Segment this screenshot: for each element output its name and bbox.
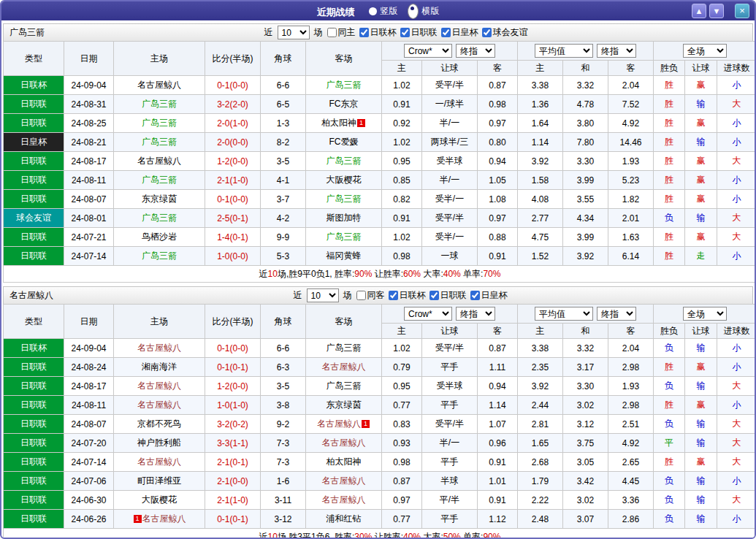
team-link[interactable]: 东京绿茵 (142, 194, 177, 204)
filter-checkbox[interactable] (327, 28, 337, 37)
close-button[interactable]: × (735, 4, 749, 18)
team-link[interactable]: 名古屋鲸八 (137, 456, 181, 467)
team-link[interactable]: 浦和红钻 (327, 513, 362, 524)
odds-home: 0.98 (382, 453, 422, 472)
team-link[interactable]: 京都不死鸟 (137, 418, 181, 429)
filter-0-4[interactable]: 球会友谊 (482, 26, 528, 39)
team-link[interactable]: 大阪樱花 (327, 175, 362, 185)
titlebar-buttons: ▲ ▼ × (692, 4, 749, 18)
team-link[interactable]: 东京绿茵 (327, 400, 362, 410)
recent-count-select[interactable]: 10 (307, 288, 339, 302)
league-tag: 日联杯 (4, 76, 64, 95)
radio-vertical[interactable]: 竖版 (369, 5, 397, 18)
team-link[interactable]: 名古屋鲸八 (317, 418, 361, 429)
filter-checkbox[interactable] (359, 28, 369, 37)
filter-checkbox[interactable] (400, 28, 410, 37)
filter-checkbox[interactable] (470, 291, 480, 300)
final-index-select[interactable]: 终指 (456, 44, 495, 58)
team-link[interactable]: 斯图加特 (327, 213, 362, 223)
team-link[interactable]: 名古屋鲸八 (137, 400, 181, 410)
team-link[interactable]: 广岛三箭 (327, 156, 362, 166)
team-link[interactable]: 名古屋鲸八 (137, 80, 181, 90)
league-tag: 球会友谊 (4, 209, 64, 228)
filter-1-1[interactable]: 日联杯 (389, 289, 426, 302)
filter-checkbox[interactable] (356, 291, 366, 300)
filter-1-0[interactable]: 同客 (356, 289, 385, 302)
team-link[interactable]: 广岛三箭 (142, 213, 177, 223)
odds-handicap: 一/球半 (422, 95, 478, 114)
match-date: 24-08-17 (64, 152, 114, 171)
team-link[interactable]: 名古屋鲸八 (142, 513, 186, 524)
move-down-button[interactable]: ▼ (709, 4, 724, 18)
team-link[interactable]: FC爱媛 (329, 137, 359, 147)
subcol-4: 和 (563, 324, 608, 339)
filter-1-3[interactable]: 日皇杯 (470, 289, 508, 302)
team-name: 广岛三箭 (9, 26, 45, 39)
team-link[interactable]: 名古屋鲸八 (137, 343, 181, 353)
fulltime-select[interactable]: 全场 (683, 44, 727, 58)
filter-0-2[interactable]: 日职联 (400, 26, 438, 39)
filter-0-0[interactable]: 同主 (327, 26, 356, 39)
bookmaker-select[interactable]: Crow* (404, 307, 452, 321)
average-select[interactable]: 平均值 (535, 44, 593, 58)
home-team: 湘南海洋 (114, 358, 205, 377)
league-tag: 日职联 (4, 434, 64, 453)
red-card-badge: 1 (134, 515, 142, 523)
filter-0-1[interactable]: 日联杯 (359, 26, 397, 39)
corners: 4-2 (261, 209, 306, 228)
away-team: 名古屋鲸八1 (306, 415, 382, 434)
result-goals: 小 (717, 358, 756, 377)
score: 1-2(0-0) (205, 152, 261, 171)
filter-0-3[interactable]: 日皇杯 (441, 26, 478, 39)
team-link[interactable]: 名古屋鲸八 (322, 437, 366, 448)
team-link[interactable]: 广岛三箭 (142, 118, 177, 128)
team-link[interactable]: 名古屋鲸八 (322, 475, 366, 486)
average-select[interactable]: 平均值 (535, 307, 593, 321)
radio-horizontal[interactable]: 横版 (408, 4, 439, 19)
fulltime-select[interactable]: 全场 (683, 307, 727, 321)
team-link[interactable]: 名古屋鲸八 (137, 381, 181, 391)
filter-checkbox[interactable] (482, 28, 492, 37)
odds-handicap: 平手 (422, 510, 478, 529)
team-link[interactable]: 广岛三箭 (327, 381, 362, 391)
team-link[interactable]: 广岛三箭 (327, 343, 362, 353)
team-link[interactable]: 广岛三箭 (327, 80, 362, 90)
team-link[interactable]: 神户胜利船 (137, 437, 181, 448)
team-link[interactable]: 广岛三箭 (142, 175, 177, 185)
odds-away: 0.97 (478, 209, 518, 228)
corners: 4-1 (261, 171, 306, 190)
odds-away: 0.91 (478, 247, 518, 266)
team-link[interactable]: 町田泽维亚 (137, 475, 181, 486)
corners: 7-3 (261, 453, 306, 472)
match-date: 24-08-17 (64, 377, 114, 396)
team-link[interactable]: 福冈黄蜂 (327, 251, 362, 261)
final-index-select-2[interactable]: 终指 (597, 307, 636, 321)
corners: 6-5 (261, 95, 306, 114)
final-index-select[interactable]: 终指 (456, 307, 495, 321)
team-link[interactable]: 柏太阳神 (327, 456, 362, 467)
filter-checkbox[interactable] (429, 291, 439, 300)
move-up-button[interactable]: ▲ (692, 4, 706, 18)
team-link[interactable]: 湘南海洋 (142, 362, 177, 372)
team-link[interactable]: 名古屋鲸八 (137, 156, 181, 166)
team-link[interactable]: 广岛三箭 (327, 194, 362, 204)
filter-1-2[interactable]: 日职联 (429, 289, 467, 302)
team-link[interactable]: 柏太阳神 (321, 118, 356, 128)
recent-count-select[interactable]: 10 (278, 26, 310, 39)
avg-home: 2.81 (518, 415, 563, 434)
filter-checkbox[interactable] (389, 291, 398, 300)
team-link[interactable]: 广岛三箭 (142, 99, 177, 109)
avg-away: 2.51 (608, 415, 654, 434)
team-link[interactable]: 广岛三箭 (142, 251, 177, 261)
team-link[interactable]: FC东京 (329, 99, 359, 109)
bookmaker-select[interactable]: Crow* (404, 44, 452, 58)
team-link[interactable]: 大阪樱花 (142, 494, 177, 505)
team-link[interactable]: 广岛三箭 (327, 232, 362, 242)
team-link[interactable]: 名古屋鲸八 (322, 494, 366, 505)
team-link[interactable]: 名古屋鲸八 (322, 362, 366, 372)
final-index-select-2[interactable]: 终指 (597, 44, 636, 58)
red-card-badge: 1 (362, 420, 370, 428)
team-link[interactable]: 鸟栖沙岩 (142, 232, 177, 242)
team-link[interactable]: 广岛三箭 (142, 137, 177, 147)
filter-checkbox[interactable] (441, 28, 451, 37)
